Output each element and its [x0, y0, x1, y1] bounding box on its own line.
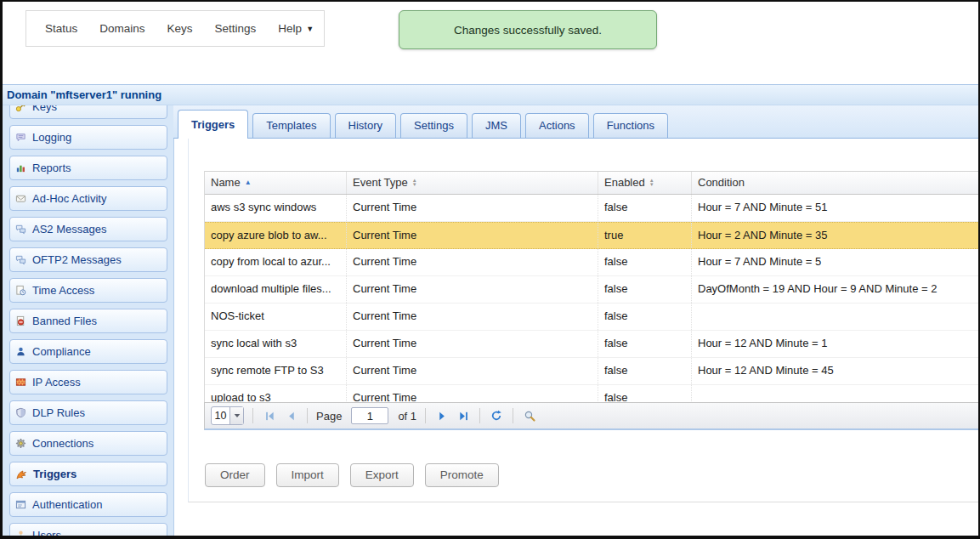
triggers-panel: Name ▲ Event Type ▲▼ Enabled ▲▼ Conditio… — [188, 139, 980, 502]
sidebar-item-banned-files[interactable]: Banned Files — [9, 309, 167, 333]
cell-condition: Hour = 7 AND Minute = 5 — [692, 249, 980, 275]
last-page-button[interactable] — [456, 408, 471, 423]
chevron-down-icon — [229, 407, 243, 424]
gear-icon — [15, 438, 26, 449]
cell-name: copy from local to azur... — [205, 249, 347, 275]
menu-status[interactable]: Status — [45, 22, 77, 35]
page-size-select[interactable]: 10 — [211, 406, 244, 425]
envelope-icon — [15, 193, 26, 204]
search-icon — [524, 410, 536, 423]
page-label: Page — [316, 410, 342, 423]
cell-condition: Hour = 12 AND Minute = 45 — [692, 358, 980, 384]
next-page-button[interactable] — [434, 408, 450, 423]
firewall-icon — [15, 377, 26, 388]
sidebar-item-as2-messages[interactable]: AS2 Messages — [9, 217, 167, 241]
column-header-event-type[interactable]: Event Type ▲▼ — [347, 172, 598, 194]
sidebar-item-keys[interactable]: Keys — [9, 105, 167, 119]
tab-history[interactable]: History — [335, 113, 396, 138]
import-button[interactable]: Import — [276, 463, 339, 487]
tab-jms[interactable]: JMS — [472, 113, 521, 138]
next-page-icon — [437, 411, 448, 422]
menu-help[interactable]: Help ▼ — [278, 22, 314, 35]
auth-window-icon — [15, 499, 26, 510]
search-button[interactable] — [522, 408, 537, 423]
cell-condition: DayOfMonth = 19 AND Hour = 9 AND Minute … — [692, 276, 980, 303]
cell-name: NOS-ticket — [205, 304, 347, 330]
order-button[interactable]: Order — [205, 463, 265, 487]
domain-status-bar: Domain "mftserver1" running — [3, 84, 978, 105]
bar-chart-icon — [15, 162, 26, 173]
sidebar-item-triggers[interactable]: Triggers — [9, 462, 167, 486]
cell-condition: Hour = 7 AND Minute = 51 — [692, 195, 980, 221]
chat-bubbles-icon — [15, 254, 26, 265]
table-row[interactable]: sync local with s3 Current Time false Ho… — [205, 331, 980, 358]
sidebar-item-reports[interactable]: Reports — [9, 156, 167, 180]
sidebar-item-adhoc-activity[interactable]: Ad-Hoc Activity — [9, 186, 167, 211]
cell-name: download multiple files... — [205, 276, 347, 303]
table-row[interactable]: NOS-ticket Current Time false — [205, 304, 980, 331]
clock-document-icon — [15, 285, 26, 296]
tab-settings[interactable]: Settings — [400, 113, 467, 138]
sidebar-item-time-access[interactable]: Time Access — [9, 278, 167, 303]
last-page-icon — [458, 411, 469, 422]
cell-enabled: false — [598, 249, 692, 275]
menu-keys[interactable]: Keys — [167, 22, 193, 35]
first-page-icon — [264, 411, 275, 422]
refresh-button[interactable] — [489, 408, 504, 423]
cell-event-type: Current Time — [347, 276, 598, 303]
cell-enabled: false — [598, 276, 692, 303]
tab-triggers[interactable]: Triggers — [178, 110, 248, 139]
toolbar-separator — [252, 408, 253, 423]
prev-page-button[interactable] — [283, 408, 298, 423]
chat-bubbles-icon — [15, 224, 26, 235]
menu-settings[interactable]: Settings — [215, 22, 257, 35]
speech-bubble-icon — [15, 132, 26, 143]
cell-event-type: Current Time — [347, 304, 598, 330]
page-number-input[interactable] — [351, 407, 388, 424]
table-row[interactable]: copy from local to azur... Current Time … — [205, 249, 980, 276]
sidebar-item-users[interactable]: Users — [9, 523, 167, 536]
app-window: Status Domains Keys Settings Help ▼ Chan… — [0, 0, 980, 539]
tab-functions[interactable]: Functions — [593, 113, 668, 138]
cell-condition: Hour = 12 AND Minute = 1 — [692, 331, 980, 357]
sidebar-item-logging[interactable]: Logging — [9, 125, 167, 150]
cell-enabled: true — [598, 223, 692, 248]
sidebar-item-authentication[interactable]: Authentication — [9, 492, 167, 517]
column-header-condition[interactable]: Condition — [692, 172, 980, 194]
sidebar: Keys Logging Reports Ad-Hoc Activity AS2… — [3, 105, 174, 536]
export-button[interactable]: Export — [350, 463, 414, 487]
trigger-icon — [15, 468, 27, 480]
user-icon — [15, 530, 26, 536]
tab-strip: Triggers Templates History Settings JMS … — [173, 105, 978, 139]
refresh-icon — [490, 410, 502, 422]
cell-name: sync local with s3 — [205, 331, 347, 357]
table-row[interactable]: download multiple files... Current Time … — [205, 276, 980, 304]
toolbar-separator — [307, 408, 308, 423]
sidebar-item-compliance[interactable]: Compliance — [9, 339, 167, 364]
cell-condition: Hour = 2 AND Minute = 35 — [692, 223, 980, 248]
table-row[interactable]: aws s3 sync windows Current Time false H… — [205, 195, 980, 222]
cell-condition — [692, 304, 980, 330]
menu-domains[interactable]: Domains — [99, 22, 144, 35]
key-icon — [15, 105, 26, 112]
sidebar-item-oftp2-messages[interactable]: OFTP2 Messages — [9, 247, 167, 272]
tab-templates[interactable]: Templates — [252, 113, 330, 138]
cell-enabled: false — [598, 358, 692, 384]
table-row-selected[interactable]: copy azure blob to aw... Current Time tr… — [205, 222, 980, 249]
first-page-button[interactable] — [262, 408, 277, 423]
column-header-name[interactable]: Name ▲ — [205, 172, 347, 194]
toast-message: Changes successfully saved. — [454, 24, 602, 37]
sidebar-item-dlp-rules[interactable]: DLP Rules — [9, 400, 167, 425]
sidebar-item-ip-access[interactable]: IP Access — [9, 370, 167, 394]
cell-event-type: Current Time — [347, 249, 598, 275]
promote-button[interactable]: Promote — [425, 463, 499, 487]
cell-enabled: false — [598, 195, 692, 221]
sidebar-item-connections[interactable]: Connections — [9, 431, 167, 456]
chevron-down-icon: ▼ — [306, 25, 314, 33]
success-toast: Changes successfully saved. — [399, 10, 657, 49]
table-row[interactable]: sync remote FTP to S3 Current Time false… — [205, 358, 980, 385]
tab-actions[interactable]: Actions — [525, 113, 589, 138]
top-menubar: Status Domains Keys Settings Help ▼ — [25, 10, 325, 47]
column-header-enabled[interactable]: Enabled ▲▼ — [598, 172, 692, 194]
cell-name: aws s3 sync windows — [205, 195, 347, 221]
